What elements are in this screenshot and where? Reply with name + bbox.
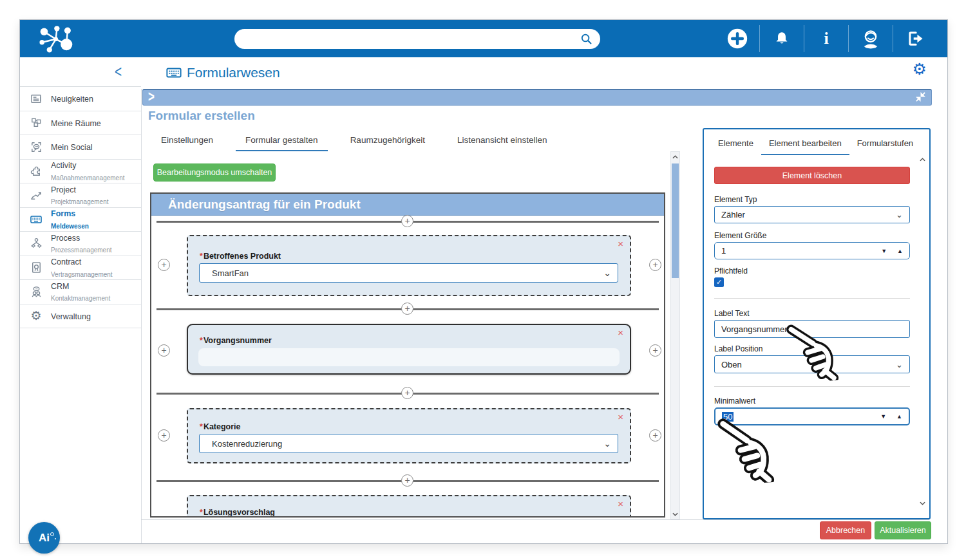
sidebar-collapse-row: < xyxy=(20,57,141,87)
chevron-down-icon: ⌄ xyxy=(603,438,611,449)
insert-element-button[interactable]: + xyxy=(649,429,661,442)
element-label: Betroffenes Produkt xyxy=(204,252,281,261)
delete-element-button[interactable]: Element löschen xyxy=(714,167,910,184)
scroll-down-icon[interactable] xyxy=(671,509,679,519)
sidebar-item-contract[interactable]: ContractVertragsmanagement xyxy=(20,256,141,281)
check-icon: ✓ xyxy=(716,278,722,286)
betroffenes-produkt-select[interactable]: SmartFan ⌄ xyxy=(199,263,618,283)
required-mark: * xyxy=(200,422,203,431)
form-scrollbar[interactable] xyxy=(670,151,680,519)
tab-element-bearbeiten[interactable]: Element bearbeiten xyxy=(761,135,849,155)
notifications-button[interactable] xyxy=(760,20,804,57)
contacts-icon xyxy=(28,285,44,299)
collapsible-bar[interactable]: > xyxy=(142,89,932,106)
panel-scroll-up-icon[interactable] xyxy=(920,158,925,162)
page-title: Formularwesen xyxy=(166,64,280,81)
insert-element-button[interactable]: + xyxy=(401,303,413,315)
remove-element-icon[interactable]: × xyxy=(618,328,623,337)
expand-chevron-icon[interactable]: > xyxy=(148,88,155,107)
sidebar-item-neuigkeiten[interactable]: Neuigkeiten xyxy=(20,87,141,111)
minimalwert-stepper[interactable]: 50 ▼▲ xyxy=(714,407,910,425)
sidebar-item-meine-raeume[interactable]: Meine Räume xyxy=(20,111,141,136)
sidebar-item-label: Verwaltung xyxy=(51,312,91,321)
insert-element-button[interactable]: + xyxy=(158,429,170,442)
form-preview: Änderungsantrag für ein Produkt + + × *B… xyxy=(150,192,665,518)
logout-button[interactable] xyxy=(893,20,937,57)
tab-listenansicht[interactable]: Listenansicht einstellen xyxy=(448,131,557,151)
select-value: SmartFan xyxy=(212,268,249,278)
kategorie-select[interactable]: Kostenreduzierung ⌄ xyxy=(199,434,618,453)
remove-element-icon[interactable]: × xyxy=(618,412,623,422)
app-logo[interactable] xyxy=(32,23,84,57)
search-input[interactable] xyxy=(234,34,580,44)
element-separator: + xyxy=(156,215,659,228)
scrollbar-thumb[interactable] xyxy=(672,163,679,278)
ai-assistant-button[interactable]: Ai xyxy=(28,522,60,554)
collapse-icon[interactable] xyxy=(915,91,926,105)
tab-raumzugehoerigkeit[interactable]: Raumzugehörigkeit xyxy=(341,131,435,151)
element-edit-panel: Elemente Element bearbeiten Formularstuf… xyxy=(703,128,931,519)
select-value: Oben xyxy=(721,360,742,369)
form-element-loesungsvorschlag[interactable]: × *Lösungsvorschlag xyxy=(187,495,631,518)
insert-element-button[interactable]: + xyxy=(158,344,170,357)
info-button[interactable]: i xyxy=(804,20,848,57)
sidebar-item-activity[interactable]: ActivityMaßnahmenmanagement xyxy=(20,160,141,184)
sidebar-item-mein-social[interactable]: Mein Social xyxy=(20,135,141,160)
sidebar-item-forms[interactable]: FormsMeldewesen xyxy=(20,208,141,232)
remove-element-icon[interactable]: × xyxy=(618,239,623,248)
form-element-kategorie[interactable]: × *Kategorie Kostenreduzierung ⌄ xyxy=(187,408,631,463)
insert-element-button[interactable]: + xyxy=(649,259,661,271)
sidebar-item-sublabel: Kontaktmanagement xyxy=(51,295,110,302)
element-groesse-label: Element Größe xyxy=(714,231,766,240)
scroll-up-icon[interactable] xyxy=(671,152,679,162)
search-icon[interactable] xyxy=(580,33,592,45)
pflichtfeld-checkbox[interactable]: ✓ xyxy=(714,277,724,287)
update-button[interactable]: Aktualisieren xyxy=(875,521,931,539)
tab-formular-gestalten[interactable]: Formular gestalten xyxy=(236,131,328,151)
tab-einstellungen[interactable]: Einstellungen xyxy=(151,131,223,151)
sidebar-item-sublabel: Prozessmanagement xyxy=(51,247,112,254)
sidebar-item-label: Process xyxy=(51,234,80,243)
sidebar-item-verwaltung[interactable]: ⚙ Verwaltung xyxy=(20,304,141,329)
tab-elemente[interactable]: Elemente xyxy=(710,135,761,155)
element-separator: + xyxy=(156,474,659,487)
stepper-up-icon[interactable]: ▲ xyxy=(896,413,902,420)
form-title: Änderungsantrag für ein Produkt xyxy=(168,198,361,212)
sidebar-item-crm[interactable]: CRMKontaktmanagement xyxy=(20,280,141,304)
insert-element-button[interactable]: + xyxy=(401,215,413,227)
bell-icon xyxy=(773,30,790,47)
sidebar-collapse-icon[interactable]: < xyxy=(115,62,122,82)
label-text-input[interactable] xyxy=(721,324,903,334)
stepper-up-icon[interactable]: ▲ xyxy=(897,248,903,254)
label-position-select[interactable]: Oben ⌄ xyxy=(714,355,910,373)
profile-button[interactable] xyxy=(849,20,893,57)
stepper-down-icon[interactable]: ▼ xyxy=(881,248,887,254)
panel-scroll-down-icon[interactable] xyxy=(920,501,925,505)
global-search xyxy=(234,29,600,49)
element-groesse-stepper[interactable]: 1 ▼▲ xyxy=(714,242,910,259)
insert-element-button[interactable]: + xyxy=(158,259,170,271)
insert-element-button[interactable]: + xyxy=(401,474,413,487)
keyboard-icon xyxy=(28,212,44,227)
element-typ-select[interactable]: Zähler ⌄ xyxy=(714,206,910,223)
sidebar-item-label: Neuigkeiten xyxy=(51,95,93,104)
form-element-betroffenes-produkt[interactable]: × *Betroffenes Produkt SmartFan ⌄ xyxy=(187,235,631,296)
logout-icon xyxy=(905,29,925,48)
settings-gear-icon[interactable]: ⚙ xyxy=(913,61,927,77)
stepper-down-icon[interactable]: ▼ xyxy=(880,413,886,420)
label-text-field xyxy=(714,320,910,338)
app-window: i < xyxy=(19,19,948,544)
sidebar-item-sublabel: Projektmanagement xyxy=(51,198,109,205)
cancel-button[interactable]: Abbrechen xyxy=(820,521,871,539)
add-button[interactable] xyxy=(715,20,759,57)
sidebar-item-label: Contract xyxy=(51,257,81,266)
vorgangsnummer-input[interactable] xyxy=(198,348,620,366)
form-element-vorgangsnummer[interactable]: × *Vorgangsnummer xyxy=(187,324,631,375)
sidebar-item-process[interactable]: ProcessProzessmanagement xyxy=(20,232,141,256)
tab-formularstufen[interactable]: Formularstufen xyxy=(849,135,921,155)
toggle-edit-mode-button[interactable]: Bearbeitungsmodus umschalten xyxy=(153,163,276,182)
insert-element-button[interactable]: + xyxy=(401,387,413,399)
sidebar-item-project[interactable]: ProjectProjektmanagement xyxy=(20,183,141,208)
remove-element-icon[interactable]: × xyxy=(618,499,623,509)
insert-element-button[interactable]: + xyxy=(649,344,661,357)
